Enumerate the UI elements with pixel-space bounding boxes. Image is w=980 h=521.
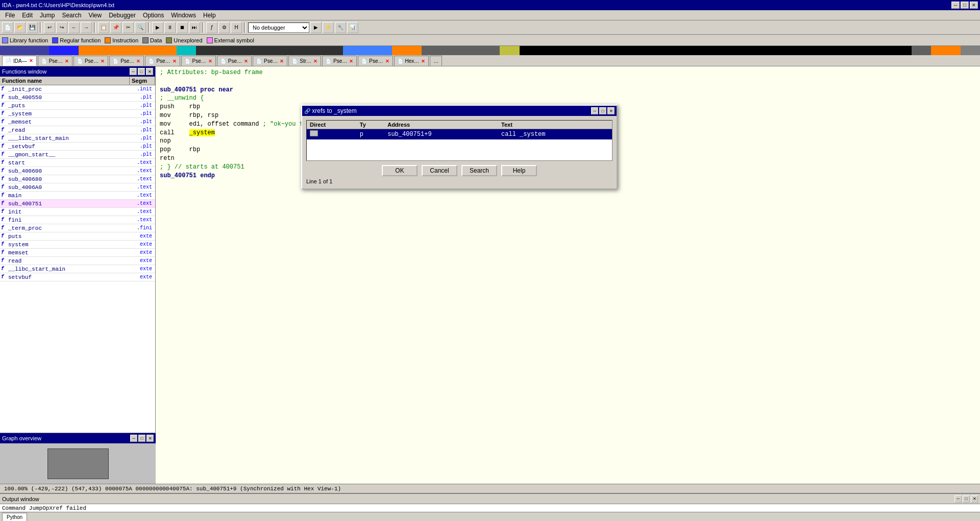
graph-minimize[interactable]: ─ — [130, 435, 137, 442]
tab-pse9-close[interactable]: ✕ — [385, 59, 389, 64]
func-row-13[interactable]: f main .text — [0, 192, 155, 200]
func-row-10[interactable]: f sub_400600 .text — [0, 167, 155, 175]
output-maximize[interactable]: □ — [963, 495, 970, 503]
output-close[interactable]: ✕ — [971, 495, 978, 503]
func-row-1[interactable]: f sub_400550 .plt — [0, 93, 155, 102]
debug-btn4[interactable]: 📊 — [347, 22, 358, 33]
stop-btn[interactable]: ⏹ — [177, 22, 188, 33]
tab-pse-1[interactable]: 📄 Pse… ✕ — [38, 56, 72, 66]
minimize-button[interactable]: ─ — [951, 2, 960, 9]
undo-btn[interactable]: ↩ — [44, 22, 55, 33]
func-row-16[interactable]: f fini .text — [0, 216, 155, 224]
func-row-17[interactable]: f _term_proc .fini — [0, 224, 155, 232]
output-tab-python[interactable]: Python — [2, 513, 27, 521]
functions-minimize[interactable]: ─ — [130, 68, 137, 75]
tab-ida[interactable]: 📄 IDA— ✕ — [2, 56, 37, 66]
func-row-0[interactable]: f _init_proc .init — [0, 85, 155, 93]
functions-close[interactable]: ✕ — [146, 68, 153, 75]
tab-pse-4[interactable]: 📄 Pse… ✕ — [145, 56, 180, 66]
func-row-20[interactable]: f memset exte — [0, 249, 155, 257]
xrefs-help-button[interactable]: Help — [501, 165, 537, 176]
xrefs-ok-button[interactable]: OK — [382, 165, 418, 176]
menu-view[interactable]: View — [85, 11, 105, 20]
tab-hex-close[interactable]: ✕ — [421, 59, 425, 64]
func-row-21[interactable]: f read exte — [0, 257, 155, 265]
tab-more[interactable]: … — [430, 56, 442, 66]
tab-pse8-close[interactable]: ✕ — [349, 59, 353, 64]
tab-pse-3[interactable]: 📄 Pse… ✕ — [109, 56, 144, 66]
debug-btn3[interactable]: 🔧 — [335, 22, 346, 33]
func-row-12[interactable]: f sub_4006A0 .text — [0, 183, 155, 192]
func-row-15[interactable]: f init .text — [0, 208, 155, 216]
paste-btn[interactable]: 📌 — [110, 22, 121, 33]
forward-btn[interactable]: → — [81, 22, 92, 33]
copy-btn[interactable]: 📋 — [98, 22, 109, 33]
maximize-button[interactable]: □ — [961, 2, 969, 9]
func-row-22[interactable]: f __libc_start_main exte — [0, 265, 155, 273]
func-row-8[interactable]: f __gmon_start__ .plt — [0, 151, 155, 159]
minimap-bar[interactable] — [0, 46, 980, 55]
debug-btn2[interactable]: ⚡ — [323, 22, 334, 33]
tab-pse2-close[interactable]: ✕ — [101, 59, 105, 64]
func-row-19[interactable]: f system exte — [0, 241, 155, 249]
close-button[interactable]: ✕ — [970, 2, 978, 9]
menu-debugger[interactable]: Debugger — [106, 11, 139, 20]
tab-pse6-close[interactable]: ✕ — [244, 59, 248, 64]
func-row-5[interactable]: f _read .plt — [0, 126, 155, 134]
tab-str-close[interactable]: ✕ — [313, 59, 317, 64]
hex-btn[interactable]: H — [231, 22, 242, 33]
debug-run-btn[interactable]: ▶ — [310, 22, 322, 33]
func-row-9[interactable]: f start .text — [0, 159, 155, 167]
menu-edit[interactable]: Edit — [19, 11, 36, 20]
tab-pse-2[interactable]: 📄 Pse… ✕ — [74, 56, 108, 66]
func-row-11[interactable]: f sub_400680 .text — [0, 175, 155, 183]
xrefs-maximize[interactable]: □ — [599, 107, 606, 114]
xrefs-table-container[interactable]: Direct Ty Address Text p sub_400751+9 ca… — [306, 120, 612, 161]
save-btn[interactable]: 💾 — [27, 22, 38, 33]
menu-help[interactable]: Help — [200, 11, 219, 20]
tab-pse7-close[interactable]: ✕ — [280, 59, 284, 64]
menu-search[interactable]: Search — [59, 11, 84, 20]
find-btn[interactable]: 🔍 — [135, 22, 146, 33]
xrefs-cancel-button[interactable]: Cancel — [422, 165, 457, 176]
functions-maximize[interactable]: □ — [138, 68, 145, 75]
tab-ida-close[interactable]: ✕ — [29, 58, 33, 63]
menu-options[interactable]: Options — [140, 11, 167, 20]
tab-pse5-close[interactable]: ✕ — [208, 59, 212, 64]
output-minimize[interactable]: ─ — [954, 495, 962, 503]
new-btn[interactable]: 📄 — [2, 22, 13, 33]
func-row-14[interactable]: f sub_400751 .text — [0, 200, 155, 208]
tab-str[interactable]: 📄 Str… ✕ — [288, 56, 321, 66]
tab-pse1-close[interactable]: ✕ — [65, 59, 69, 64]
func-row-7[interactable]: f _setvbuf .plt — [0, 143, 155, 151]
menu-windows[interactable]: Windows — [168, 11, 199, 20]
tab-pse-9[interactable]: 📄 Pse… ✕ — [358, 56, 393, 66]
step-btn[interactable]: ⏭ — [189, 22, 200, 33]
func-row-2[interactable]: f _puts .plt — [0, 102, 155, 110]
open-btn[interactable]: 📂 — [14, 22, 26, 33]
tab-pse3-close[interactable]: ✕ — [136, 59, 140, 64]
func-row-3[interactable]: f _system .plt — [0, 110, 155, 118]
run-btn[interactable]: ▶ — [152, 22, 163, 33]
graph-maximize[interactable]: □ — [138, 435, 145, 442]
func-row-4[interactable]: f _memset .plt — [0, 118, 155, 126]
xrefs-minimize[interactable]: ─ — [591, 107, 598, 114]
back-btn[interactable]: ← — [68, 22, 80, 33]
debugger-select[interactable]: No debugger — [248, 22, 309, 33]
func-row-6[interactable]: f ___libc_start_main .plt — [0, 134, 155, 143]
tab-pse-8[interactable]: 📄 Pse… ✕ — [322, 56, 357, 66]
functions-list[interactable]: f _init_proc .init f sub_400550 .plt f _… — [0, 85, 155, 462]
func-row-18[interactable]: f puts exte — [0, 232, 155, 241]
tab-pse-7[interactable]: 📄 Pse… ✕ — [253, 56, 287, 66]
tab-hex[interactable]: 📄 Hex… ✕ — [394, 56, 429, 66]
cut-btn[interactable]: ✂ — [122, 22, 134, 33]
menu-file[interactable]: File — [2, 11, 18, 20]
xrefs-row-1[interactable]: p sub_400751+9 call _system — [307, 129, 612, 140]
func-row-23[interactable]: f setvbuf exte — [0, 273, 155, 281]
graph-btn[interactable]: ⚙ — [218, 22, 230, 33]
graph-close[interactable]: ✕ — [146, 435, 154, 442]
redo-btn[interactable]: ↪ — [56, 22, 67, 33]
func-btn[interactable]: ƒ — [206, 22, 217, 33]
pause-btn[interactable]: ⏸ — [164, 22, 176, 33]
xrefs-search-button[interactable]: Search — [461, 165, 497, 176]
